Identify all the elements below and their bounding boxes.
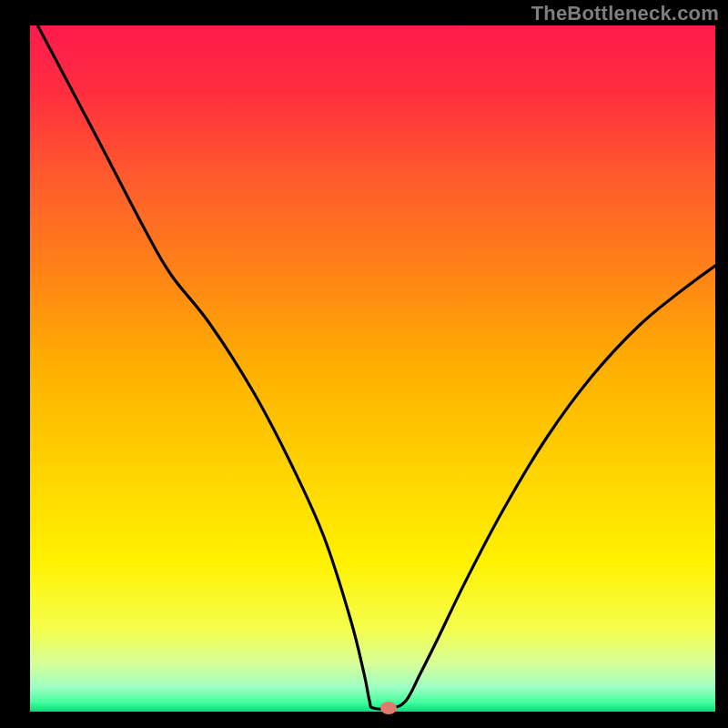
chart-stage: TheBottleneck.com xyxy=(0,0,728,728)
plot-background xyxy=(30,25,715,712)
min-marker xyxy=(380,702,397,714)
chart-svg xyxy=(0,0,728,728)
watermark-text: TheBottleneck.com xyxy=(531,2,719,25)
